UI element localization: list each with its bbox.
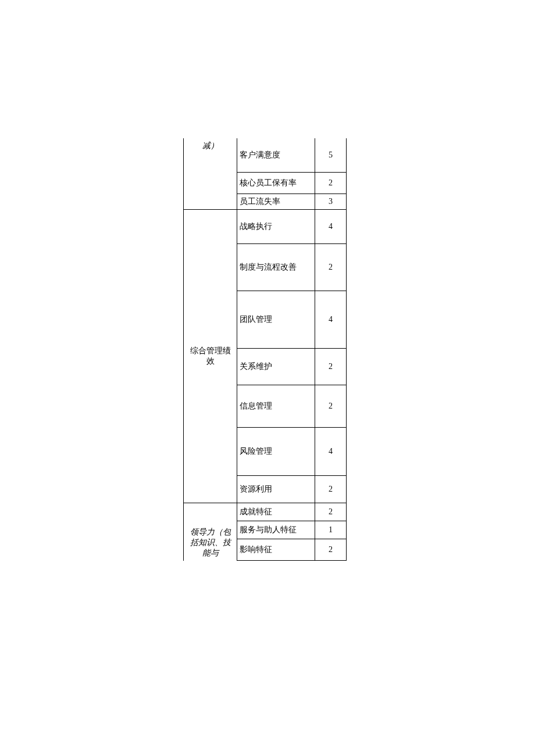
score-cell: 4 [315, 210, 347, 244]
document-page: 减）客户满意度5核心员工保有率2员工流失率3综合管理绩效战略执行4制度与流程改善… [0, 0, 535, 756]
table-row: 减）客户满意度5 [184, 138, 347, 173]
item-cell: 团队管理 [237, 291, 315, 349]
category-label: 减） [186, 141, 234, 151]
category-label: 领导力（包括知识、技能与 [186, 527, 234, 558]
kpi-table-body: 减）客户满意度5核心员工保有率2员工流失率3综合管理绩效战略执行4制度与流程改善… [184, 138, 347, 561]
category-cell: 综合管理绩效 [184, 210, 237, 503]
category-cell: 减） [184, 138, 237, 210]
score-cell: 2 [315, 539, 347, 561]
score-cell: 2 [315, 173, 347, 194]
score-cell: 2 [315, 476, 347, 503]
item-cell: 关系维护 [237, 349, 315, 385]
item-cell: 资源利用 [237, 476, 315, 503]
item-cell: 信息管理 [237, 385, 315, 428]
category-label: 综合管理绩效 [186, 346, 234, 367]
item-cell: 服务与助人特征 [237, 521, 315, 539]
score-cell: 1 [315, 521, 347, 539]
item-cell: 成就特征 [237, 503, 315, 521]
table-row: 领导力（包括知识、技能与成就特征2 [184, 503, 347, 521]
item-cell: 战略执行 [237, 210, 315, 244]
score-cell: 4 [315, 428, 347, 476]
kpi-table: 减）客户满意度5核心员工保有率2员工流失率3综合管理绩效战略执行4制度与流程改善… [183, 138, 347, 561]
category-cell: 领导力（包括知识、技能与 [184, 503, 237, 561]
item-cell: 制度与流程改善 [237, 244, 315, 291]
item-cell: 风险管理 [237, 428, 315, 476]
table-row: 综合管理绩效战略执行4 [184, 210, 347, 244]
item-cell: 核心员工保有率 [237, 173, 315, 194]
item-cell: 影响特征 [237, 539, 315, 561]
score-cell: 2 [315, 244, 347, 291]
score-cell: 2 [315, 503, 347, 521]
item-cell: 客户满意度 [237, 138, 315, 173]
item-cell: 员工流失率 [237, 194, 315, 210]
score-cell: 2 [315, 385, 347, 428]
score-cell: 3 [315, 194, 347, 210]
score-cell: 2 [315, 349, 347, 385]
score-cell: 4 [315, 291, 347, 349]
score-cell: 5 [315, 138, 347, 173]
